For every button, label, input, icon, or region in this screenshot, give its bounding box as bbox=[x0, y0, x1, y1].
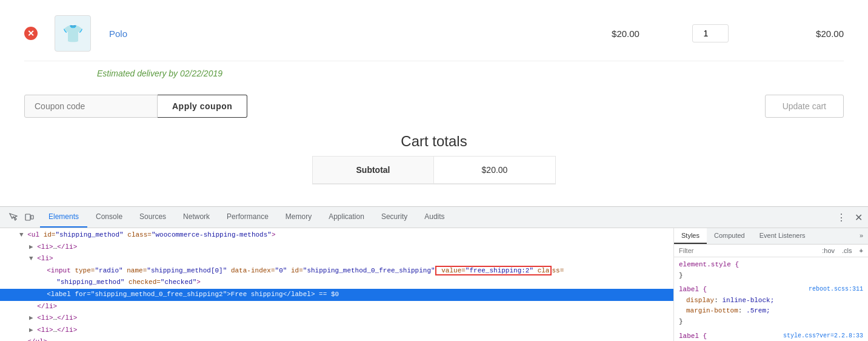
subtotal-row: Subtotal $20.00 bbox=[313, 157, 555, 184]
product-price-col: $20.00 bbox=[577, 29, 674, 39]
product-thumbnail: 👕 bbox=[55, 15, 91, 52]
cart-totals-section: Cart totals Subtotal $20.00 bbox=[24, 127, 844, 184]
product-subtotal: $20.00 bbox=[816, 29, 844, 39]
product-price: $20.00 bbox=[612, 29, 639, 39]
product-qty-col bbox=[674, 24, 747, 42]
product-subtotal-col: $20.00 bbox=[747, 29, 844, 39]
cart-row: ✕ 👕 Polo $20.00 $20.00 bbox=[24, 6, 844, 61]
cart-remove-col: ✕ bbox=[24, 27, 48, 40]
cart-totals-table: Subtotal $20.00 bbox=[312, 156, 556, 184]
delivery-row: Estimated delivery by 02/22/2019 bbox=[24, 61, 844, 86]
cart-totals-title: Cart totals bbox=[24, 133, 844, 150]
remove-item-button[interactable]: ✕ bbox=[24, 27, 38, 40]
product-image-col: 👕 bbox=[48, 15, 97, 52]
product-name-col: Polo bbox=[97, 29, 577, 39]
delivery-text: Estimated delivery by 02/22/2019 bbox=[97, 69, 222, 78]
subtotal-value: $20.00 bbox=[434, 157, 555, 183]
product-link[interactable]: Polo bbox=[109, 29, 127, 39]
update-area: Update cart bbox=[765, 95, 844, 118]
coupon-input[interactable] bbox=[24, 95, 158, 118]
quantity-input[interactable] bbox=[692, 24, 729, 42]
update-cart-button[interactable]: Update cart bbox=[765, 95, 844, 118]
coupon-area: Apply coupon Update cart bbox=[24, 86, 844, 127]
shirt-icon: 👕 bbox=[62, 24, 84, 44]
cart-area: ✕ 👕 Polo $20.00 $20.00 Estimated deliver… bbox=[0, 0, 868, 206]
subtotal-label: Subtotal bbox=[313, 157, 434, 183]
apply-coupon-button[interactable]: Apply coupon bbox=[158, 95, 247, 118]
